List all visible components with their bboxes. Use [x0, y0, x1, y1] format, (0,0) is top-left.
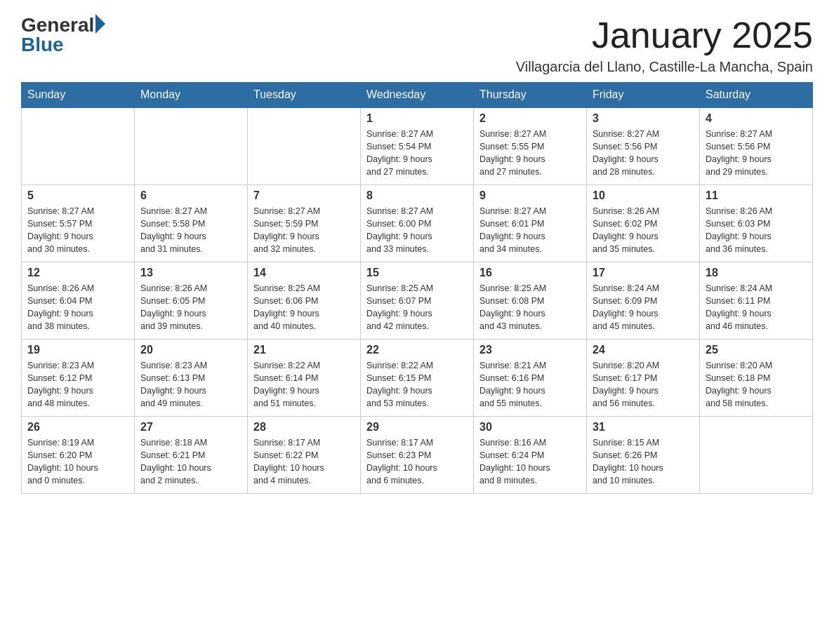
day-info: Sunrise: 8:26 AMSunset: 6:04 PMDaylight:… — [27, 282, 128, 333]
day-info: Sunrise: 8:23 AMSunset: 6:12 PMDaylight:… — [27, 359, 128, 410]
day-info: Sunrise: 8:19 AMSunset: 6:20 PMDaylight:… — [27, 436, 128, 488]
day-number: 15 — [366, 267, 468, 279]
day-info: Sunrise: 8:24 AMSunset: 6:09 PMDaylight:… — [593, 282, 694, 333]
calendar-header: SundayMondayTuesdayWednesdayThursdayFrid… — [22, 83, 813, 108]
day-cell: 6Sunrise: 8:27 AMSunset: 5:58 PMDaylight… — [135, 185, 248, 262]
day-cell: 26Sunrise: 8:19 AMSunset: 6:20 PMDayligh… — [22, 416, 135, 493]
day-cell: 15Sunrise: 8:25 AMSunset: 6:07 PMDayligh… — [361, 262, 474, 339]
day-number: 26 — [27, 421, 128, 434]
day-info: Sunrise: 8:26 AMSunset: 6:02 PMDaylight:… — [593, 205, 694, 256]
day-cell: 21Sunrise: 8:22 AMSunset: 6:14 PMDayligh… — [248, 339, 361, 416]
day-cell: 22Sunrise: 8:22 AMSunset: 6:15 PMDayligh… — [361, 339, 474, 416]
day-number: 6 — [140, 189, 241, 202]
day-cell: 14Sunrise: 8:25 AMSunset: 6:06 PMDayligh… — [248, 262, 361, 339]
day-info: Sunrise: 8:23 AMSunset: 6:13 PMDaylight:… — [140, 359, 241, 410]
day-number: 4 — [706, 112, 807, 125]
day-number: 24 — [593, 344, 694, 356]
header-cell-saturday: Saturday — [700, 83, 813, 108]
day-info: Sunrise: 8:26 AMSunset: 6:03 PMDaylight:… — [706, 205, 807, 256]
header-cell-monday: Monday — [135, 83, 248, 108]
logo: General Blue — [21, 14, 105, 55]
day-number: 23 — [479, 344, 581, 356]
day-number: 12 — [27, 267, 128, 279]
day-info: Sunrise: 8:21 AMSunset: 6:16 PMDaylight:… — [479, 359, 581, 410]
day-cell: 7Sunrise: 8:27 AMSunset: 5:59 PMDaylight… — [248, 185, 361, 262]
header-cell-sunday: Sunday — [22, 83, 135, 108]
day-number: 17 — [593, 267, 694, 279]
day-info: Sunrise: 8:25 AMSunset: 6:06 PMDaylight:… — [253, 282, 355, 333]
day-info: Sunrise: 8:27 AMSunset: 5:54 PMDaylight:… — [366, 128, 468, 179]
day-cell: 2Sunrise: 8:27 AMSunset: 5:55 PMDaylight… — [474, 107, 587, 185]
day-cell: 19Sunrise: 8:23 AMSunset: 6:12 PMDayligh… — [22, 339, 135, 416]
day-number: 18 — [706, 267, 807, 279]
day-info: Sunrise: 8:15 AMSunset: 6:26 PMDaylight:… — [593, 436, 694, 488]
day-cell: 12Sunrise: 8:26 AMSunset: 6:04 PMDayligh… — [22, 262, 135, 339]
day-number: 10 — [593, 189, 694, 202]
day-cell: 27Sunrise: 8:18 AMSunset: 6:21 PMDayligh… — [135, 416, 248, 493]
header-cell-wednesday: Wednesday — [361, 83, 474, 108]
day-info: Sunrise: 8:27 AMSunset: 6:01 PMDaylight:… — [479, 205, 581, 256]
day-cell: 18Sunrise: 8:24 AMSunset: 6:11 PMDayligh… — [700, 262, 813, 339]
day-cell: 29Sunrise: 8:17 AMSunset: 6:23 PMDayligh… — [361, 416, 474, 493]
day-info: Sunrise: 8:27 AMSunset: 6:00 PMDaylight:… — [366, 205, 468, 256]
day-number: 14 — [253, 267, 355, 279]
logo-blue-text: Blue — [21, 35, 64, 55]
logo-arrow-icon — [95, 14, 105, 34]
day-info: Sunrise: 8:17 AMSunset: 6:22 PMDaylight:… — [253, 436, 355, 488]
day-number: 31 — [593, 421, 694, 434]
day-cell: 13Sunrise: 8:26 AMSunset: 6:05 PMDayligh… — [135, 262, 248, 339]
day-number: 20 — [140, 344, 241, 356]
day-number: 19 — [27, 344, 128, 356]
day-info: Sunrise: 8:25 AMSunset: 6:07 PMDaylight:… — [366, 282, 468, 333]
week-row-3: 19Sunrise: 8:23 AMSunset: 6:12 PMDayligh… — [22, 339, 813, 416]
day-info: Sunrise: 8:20 AMSunset: 6:18 PMDaylight:… — [706, 359, 807, 410]
day-info: Sunrise: 8:27 AMSunset: 5:56 PMDaylight:… — [706, 128, 807, 179]
day-info: Sunrise: 8:16 AMSunset: 6:24 PMDaylight:… — [479, 436, 581, 488]
day-cell: 3Sunrise: 8:27 AMSunset: 5:56 PMDaylight… — [587, 107, 700, 185]
day-number: 11 — [706, 189, 807, 202]
day-info: Sunrise: 8:27 AMSunset: 5:56 PMDaylight:… — [593, 128, 694, 179]
day-info: Sunrise: 8:27 AMSunset: 5:57 PMDaylight:… — [27, 205, 128, 256]
day-number: 16 — [479, 267, 581, 279]
day-number: 29 — [366, 421, 468, 434]
day-info: Sunrise: 8:18 AMSunset: 6:21 PMDaylight:… — [140, 436, 241, 488]
day-cell — [248, 107, 361, 185]
day-cell: 31Sunrise: 8:15 AMSunset: 6:26 PMDayligh… — [587, 416, 700, 493]
header-row: SundayMondayTuesdayWednesdayThursdayFrid… — [22, 83, 813, 108]
day-number: 3 — [593, 112, 694, 125]
day-cell: 28Sunrise: 8:17 AMSunset: 6:22 PMDayligh… — [248, 416, 361, 493]
day-info: Sunrise: 8:22 AMSunset: 6:15 PMDaylight:… — [366, 359, 468, 410]
day-info: Sunrise: 8:17 AMSunset: 6:23 PMDaylight:… — [366, 436, 468, 488]
day-number: 9 — [479, 189, 581, 202]
day-info: Sunrise: 8:27 AMSunset: 5:58 PMDaylight:… — [140, 205, 241, 256]
day-cell: 25Sunrise: 8:20 AMSunset: 6:18 PMDayligh… — [700, 339, 813, 416]
day-cell — [135, 107, 248, 185]
day-info: Sunrise: 8:20 AMSunset: 6:17 PMDaylight:… — [593, 359, 694, 410]
day-info: Sunrise: 8:26 AMSunset: 6:05 PMDaylight:… — [140, 282, 241, 333]
day-number: 27 — [140, 421, 241, 434]
week-row-1: 5Sunrise: 8:27 AMSunset: 5:57 PMDaylight… — [22, 185, 813, 262]
day-info: Sunrise: 8:25 AMSunset: 6:08 PMDaylight:… — [479, 282, 581, 333]
day-number: 30 — [479, 421, 581, 434]
day-number: 5 — [27, 189, 128, 202]
day-info: Sunrise: 8:27 AMSunset: 5:59 PMDaylight:… — [253, 205, 355, 256]
week-row-4: 26Sunrise: 8:19 AMSunset: 6:20 PMDayligh… — [22, 416, 813, 493]
day-cell — [22, 107, 135, 185]
header-cell-friday: Friday — [587, 83, 700, 108]
day-cell: 16Sunrise: 8:25 AMSunset: 6:08 PMDayligh… — [474, 262, 587, 339]
day-cell: 24Sunrise: 8:20 AMSunset: 6:17 PMDayligh… — [587, 339, 700, 416]
day-cell: 30Sunrise: 8:16 AMSunset: 6:24 PMDayligh… — [474, 416, 587, 493]
day-number: 21 — [253, 344, 355, 356]
day-cell: 10Sunrise: 8:26 AMSunset: 6:02 PMDayligh… — [587, 185, 700, 262]
day-cell: 17Sunrise: 8:24 AMSunset: 6:09 PMDayligh… — [587, 262, 700, 339]
day-cell: 1Sunrise: 8:27 AMSunset: 5:54 PMDaylight… — [361, 107, 474, 185]
day-number: 7 — [253, 189, 355, 202]
day-number: 2 — [479, 112, 581, 125]
calendar-body: 1Sunrise: 8:27 AMSunset: 5:54 PMDaylight… — [22, 107, 813, 493]
day-cell: 20Sunrise: 8:23 AMSunset: 6:13 PMDayligh… — [135, 339, 248, 416]
calendar-table: SundayMondayTuesdayWednesdayThursdayFrid… — [21, 82, 813, 494]
week-row-0: 1Sunrise: 8:27 AMSunset: 5:54 PMDaylight… — [22, 107, 813, 185]
week-row-2: 12Sunrise: 8:26 AMSunset: 6:04 PMDayligh… — [22, 262, 813, 339]
day-number: 25 — [706, 344, 807, 356]
day-info: Sunrise: 8:22 AMSunset: 6:14 PMDaylight:… — [253, 359, 355, 410]
